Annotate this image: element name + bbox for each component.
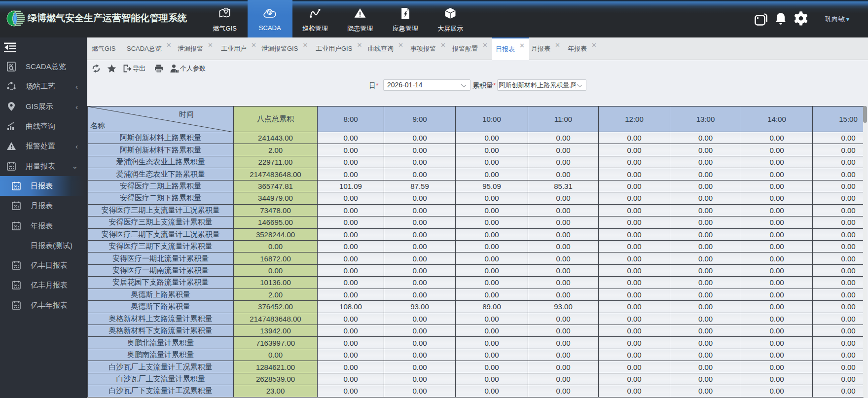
svg-text:S: S	[268, 10, 271, 15]
